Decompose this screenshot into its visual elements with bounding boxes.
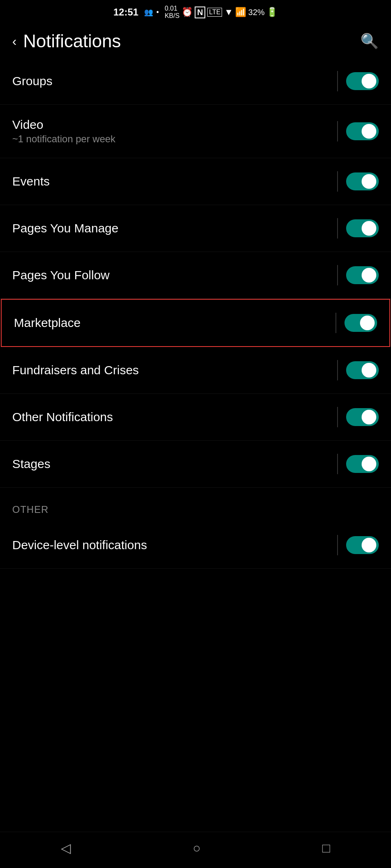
item-label-other-notifications: Other Notifications <box>12 410 113 424</box>
item-label-video: Video <box>12 118 43 131</box>
divider-events <box>337 171 338 192</box>
section-other-header: OTHER <box>0 488 391 522</box>
divider-video <box>337 121 338 141</box>
status-icons-group: 0.01KB/S ⏰ N LTE ▼ 📶 32% 🔋 <box>164 5 278 20</box>
settings-item-pages-manage: Pages You Manage <box>0 205 391 252</box>
toggle-groups[interactable] <box>346 72 379 90</box>
divider-marketplace <box>335 313 336 333</box>
item-content-stages: Stages <box>12 457 337 471</box>
item-content-pages-manage: Pages You Manage <box>12 221 337 235</box>
settings-item-device-notifications: Device-level notifications <box>0 522 391 569</box>
status-nfc-icon: N <box>195 7 205 18</box>
status-signal-icon: 📶 <box>235 7 246 18</box>
other-settings-list: Device-level notifications <box>0 522 391 569</box>
item-right-fundraisers <box>337 360 379 380</box>
settings-item-video: Video ~1 notification per week <box>0 105 391 158</box>
settings-item-other-notifications: Other Notifications <box>0 394 391 441</box>
status-wifi-icon: ▼ <box>224 7 233 18</box>
toggle-pages-manage[interactable] <box>346 219 379 237</box>
item-content-other-notifications: Other Notifications <box>12 410 337 424</box>
nav-back-button[interactable]: ◁ <box>61 840 71 856</box>
item-right-stages <box>337 454 379 474</box>
divider-device-notifications <box>337 535 338 555</box>
item-right-other-notifications <box>337 407 379 427</box>
status-lte-icon: LTE <box>207 8 222 17</box>
item-right-pages-follow <box>337 265 379 285</box>
item-label-fundraisers: Fundraisers and Crises <box>12 363 139 377</box>
back-button[interactable]: ‹ <box>12 34 17 49</box>
item-content-events: Events <box>12 174 337 188</box>
item-content-video: Video ~1 notification per week <box>12 118 337 145</box>
page-header: ‹ Notifications 🔍 <box>0 23 391 58</box>
divider-groups <box>337 71 338 91</box>
item-label-groups: Groups <box>12 74 52 88</box>
item-right-video <box>337 121 379 141</box>
settings-item-stages: Stages <box>0 441 391 488</box>
divider-fundraisers <box>337 360 338 380</box>
toggle-video[interactable] <box>346 122 379 140</box>
settings-item-groups: Groups <box>0 58 391 105</box>
nav-home-button[interactable]: ○ <box>193 841 200 856</box>
status-teams-icon: 👥 <box>144 8 153 17</box>
item-right-device-notifications <box>337 535 379 555</box>
toggle-events[interactable] <box>346 172 379 190</box>
divider-stages <box>337 454 338 474</box>
settings-list: Groups Video ~1 notification per week Ev… <box>0 58 391 488</box>
item-label-events: Events <box>12 174 50 188</box>
section-other-label: OTHER <box>12 504 49 515</box>
nav-bar: ◁ ○ □ <box>0 832 391 868</box>
item-label-pages-follow: Pages You Follow <box>12 268 110 282</box>
settings-item-events: Events <box>0 158 391 205</box>
toggle-marketplace[interactable] <box>344 314 377 332</box>
status-battery-text: 32% <box>248 8 264 17</box>
status-alarm-icon: ⏰ <box>182 7 193 18</box>
item-label-marketplace: Marketplace <box>14 316 80 329</box>
toggle-other-notifications[interactable] <box>346 408 379 426</box>
item-content-marketplace: Marketplace <box>14 316 335 330</box>
status-data-icon: 0.01KB/S <box>164 5 179 20</box>
page-title: Notifications <box>23 31 121 51</box>
search-button[interactable]: 🔍 <box>360 33 379 50</box>
item-content-device-notifications: Device-level notifications <box>12 538 337 552</box>
item-label-device-notifications: Device-level notifications <box>12 538 147 552</box>
item-content-pages-follow: Pages You Follow <box>12 268 337 282</box>
toggle-stages[interactable] <box>346 455 379 473</box>
item-sublabel-video: ~1 notification per week <box>12 133 337 145</box>
divider-pages-follow <box>337 265 338 285</box>
item-content-groups: Groups <box>12 74 337 88</box>
divider-pages-manage <box>337 218 338 239</box>
item-right-groups <box>337 71 379 91</box>
status-battery-icon: 🔋 <box>267 7 278 18</box>
item-label-stages: Stages <box>12 457 50 470</box>
toggle-fundraisers[interactable] <box>346 361 379 379</box>
status-time: 12:51 <box>113 7 138 18</box>
item-content-fundraisers: Fundraisers and Crises <box>12 363 337 377</box>
nav-recent-button[interactable]: □ <box>322 841 330 856</box>
settings-item-fundraisers: Fundraisers and Crises <box>0 347 391 394</box>
item-right-events <box>337 171 379 192</box>
settings-item-pages-follow: Pages You Follow <box>0 252 391 299</box>
header-left: ‹ Notifications <box>12 31 121 51</box>
divider-other-notifications <box>337 407 338 427</box>
toggle-device-notifications[interactable] <box>346 536 379 554</box>
item-right-marketplace <box>335 313 377 333</box>
settings-item-marketplace: Marketplace <box>1 299 390 347</box>
status-dot: • <box>156 8 159 17</box>
item-right-pages-manage <box>337 218 379 239</box>
toggle-pages-follow[interactable] <box>346 266 379 284</box>
status-bar: 12:51 👥 • 0.01KB/S ⏰ N LTE ▼ 📶 32% 🔋 <box>0 0 391 23</box>
item-label-pages-manage: Pages You Manage <box>12 221 118 235</box>
